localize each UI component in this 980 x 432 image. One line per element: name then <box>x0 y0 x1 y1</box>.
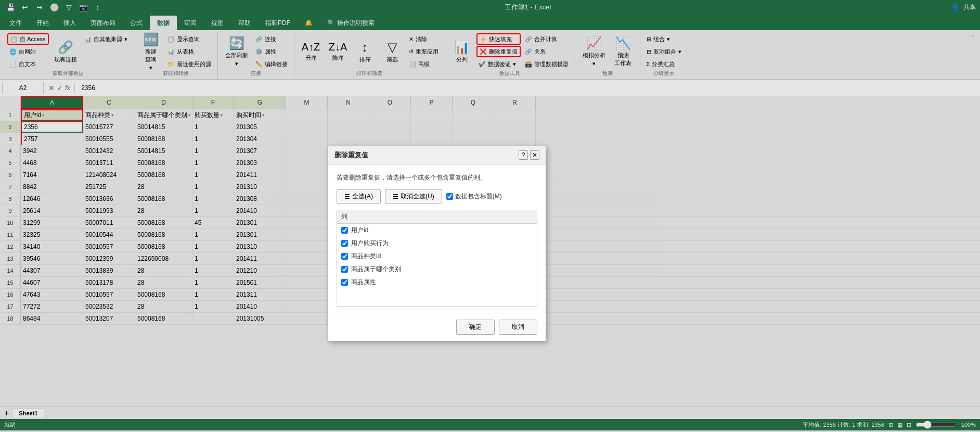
col-checkbox-userid[interactable] <box>341 227 348 234</box>
col-checkbox-attribute[interactable] <box>341 279 348 286</box>
dialog-ok-btn[interactable]: 确定 <box>456 320 495 335</box>
dialog-title-bar: 删除重复值 ? ✕ <box>328 146 546 164</box>
dialog-question-btn[interactable]: ? <box>519 150 528 160</box>
col-item-behavior[interactable]: 用户购买行为 <box>337 237 537 250</box>
dialog-description: 若要删除重复值，请选择一个或多个包含重复值的列。 <box>337 173 537 182</box>
col-label-userid: 用户id <box>351 226 368 235</box>
col-label-category: 商品属于哪个类别 <box>351 265 401 274</box>
dialog-col-list-header: 列 <box>337 210 537 223</box>
select-all-icon: ☰ <box>344 193 350 200</box>
dialog-close-btn[interactable]: ✕ <box>530 150 539 160</box>
select-all-btn[interactable]: ☰ 全选(A) <box>337 189 381 204</box>
col-item-producttype[interactable]: 商品种类id <box>337 250 537 263</box>
col-item-userid[interactable]: 用户id <box>337 224 537 237</box>
col-checkbox-behavior[interactable] <box>341 240 348 247</box>
header-checkbox[interactable] <box>446 193 453 200</box>
deselect-all-btn[interactable]: ☰ 取消全选(U) <box>385 189 442 204</box>
delete-duplicates-dialog: 删除重复值 ? ✕ 若要删除重复值，请选择一个或多个包含重复值的列。 ☰ 全选(… <box>328 146 546 341</box>
col-item-attribute[interactable]: 商品属性 <box>337 276 537 289</box>
dialog-actions-top: ☰ 全选(A) ☰ 取消全选(U) 数据包含标题(M) <box>337 189 537 204</box>
col-label-attribute: 商品属性 <box>351 278 376 287</box>
dialog-title-text: 删除重复值 <box>334 150 368 160</box>
col-checkbox-producttype[interactable] <box>341 253 348 260</box>
header-checkbox-label[interactable]: 数据包含标题(M) <box>446 192 502 201</box>
col-label-behavior: 用户购买行为 <box>351 239 389 248</box>
deselect-all-icon: ☰ <box>393 193 398 200</box>
col-item-category[interactable]: 商品属于哪个类别 <box>337 263 537 276</box>
col-label-producttype: 商品种类id <box>351 252 381 261</box>
col-checkbox-category[interactable] <box>341 266 348 273</box>
dialog-col-list[interactable]: 用户id 用户购买行为 商品种类id 商品属于哪个类别 商品属性 <box>337 223 537 307</box>
dialog-footer: 确定 取消 <box>328 313 546 341</box>
dialog-cancel-btn[interactable]: 取消 <box>499 320 537 335</box>
dialog-body: 若要删除重复值，请选择一个或多个包含重复值的列。 ☰ 全选(A) ☰ 取消全选(… <box>328 164 546 311</box>
dialog-overlay: 删除重复值 ? ✕ 若要删除重复值，请选择一个或多个包含重复值的列。 ☰ 全选(… <box>0 0 980 432</box>
